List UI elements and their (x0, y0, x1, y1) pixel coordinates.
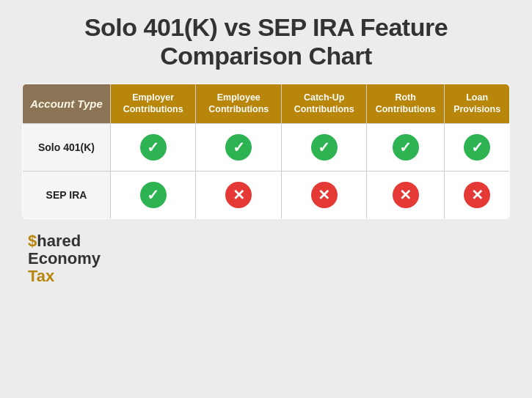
sep-loan-cell: ✕ (445, 171, 510, 218)
check-icon: ✓ (140, 134, 167, 161)
check-icon: ✓ (393, 134, 419, 161)
check-icon: ✓ (311, 134, 338, 161)
check-icon: ✓ (464, 134, 490, 161)
page-wrapper: Solo 401(K) vs SEP IRA Feature Compariso… (0, 0, 532, 398)
brand-line1: $hared (28, 232, 101, 250)
table-header-row: Account Type Employer Contributions Empl… (23, 84, 510, 124)
brand-shared: hared (37, 232, 81, 250)
solo-roth-cell: ✓ (367, 123, 445, 171)
cross-icon: ✕ (225, 182, 252, 208)
cross-icon: ✕ (464, 182, 490, 208)
col-header-account-type: Account Type (23, 84, 111, 124)
sep-employee-cell: ✕ (196, 171, 282, 218)
sep-roth-cell: ✕ (367, 171, 445, 218)
table-row-sepira: SEP IRA ✓ ✕ ✕ ✕ ✕ (23, 171, 510, 218)
account-name-sep: SEP IRA (23, 171, 111, 218)
title-area: Solo 401(K) vs SEP IRA Feature Compariso… (84, 13, 448, 70)
check-icon: ✓ (140, 182, 167, 208)
brand-tax: Tax (28, 267, 54, 285)
brand-footer: $hared Economy Tax (22, 232, 101, 286)
check-icon: ✓ (225, 134, 252, 161)
table-row-solo401k: Solo 401(K) ✓ ✓ ✓ ✓ ✓ (23, 123, 510, 171)
solo-employee-cell: ✓ (196, 123, 282, 171)
account-name-solo: Solo 401(K) (23, 123, 111, 171)
sep-catchup-cell: ✕ (282, 171, 367, 218)
col-header-loan: Loan Provisions (445, 84, 510, 124)
solo-employer-cell: ✓ (111, 123, 196, 171)
col-header-roth: Roth Contributions (367, 84, 445, 124)
brand-economy: Economy (28, 249, 101, 268)
brand-line2: Economy (28, 250, 101, 268)
brand-dollar: $ (28, 232, 37, 250)
sep-employer-cell: ✓ (111, 171, 196, 218)
brand-line3: Tax (28, 268, 101, 285)
table-body: Solo 401(K) ✓ ✓ ✓ ✓ ✓ SEP IRA (23, 123, 510, 218)
main-title: Solo 401(K) vs SEP IRA Feature Compariso… (84, 13, 448, 70)
cross-icon: ✕ (393, 182, 419, 208)
col-header-employer: Employer Contributions (111, 84, 196, 124)
solo-catchup-cell: ✓ (282, 123, 367, 171)
cross-icon: ✕ (311, 182, 338, 208)
solo-loan-cell: ✓ (445, 123, 510, 171)
col-header-employee: Employee Contributions (196, 84, 282, 124)
comparison-table: Account Type Employer Contributions Empl… (22, 84, 510, 219)
col-header-catchup: Catch-Up Contributions (282, 84, 367, 124)
title-line1: Solo 401(K) vs SEP IRA Feature (84, 13, 448, 41)
title-line2: Comparison Chart (160, 42, 372, 70)
